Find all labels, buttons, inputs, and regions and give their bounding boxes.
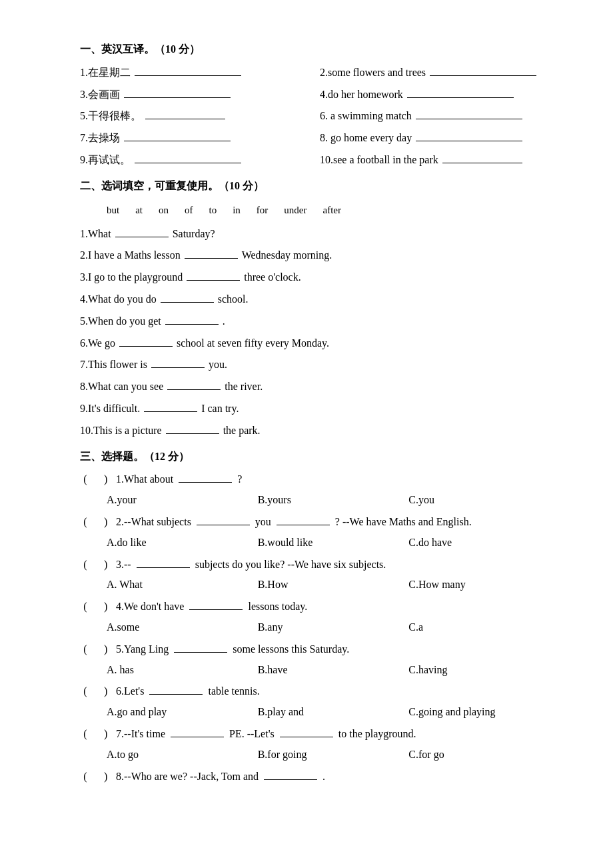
s3-q1-row: ( ) 1.What about ?: [80, 470, 560, 489]
s3-blank-2b[interactable]: [277, 513, 330, 525]
s2-blank-10[interactable]: [166, 422, 219, 434]
section2-title: 二、选词填空，可重复使用。（10 分）: [80, 177, 560, 196]
s3-blank-1[interactable]: [179, 471, 232, 483]
section1: 一、英汉互译。（10 分） 1.在星期二 2.some flowers and …: [80, 40, 560, 170]
section1-item1: 1.在星期二: [80, 63, 320, 83]
s3-q5-options: A. has B.have C.having: [107, 661, 560, 680]
s3-blank-6[interactable]: [149, 683, 203, 695]
s3-q4-options: A.some B.any C.a: [107, 618, 560, 637]
s3-blank-7b[interactable]: [280, 725, 333, 737]
section3: 三、选择题。（12 分） ( ) 1.What about ? A.your B…: [80, 447, 560, 787]
blank-4[interactable]: [407, 86, 514, 98]
section1-item6: 6. a swimming match: [320, 107, 560, 126]
section1-item3: 3.会画画: [80, 85, 320, 105]
blank-3[interactable]: [124, 86, 231, 98]
s2-q5: 5.When do you get .: [80, 312, 560, 331]
s2-q8: 8.What can you see the river.: [80, 377, 560, 397]
blank-2[interactable]: [430, 64, 536, 76]
s3-blank-7a[interactable]: [171, 725, 224, 737]
section1-item9: 9.再试试。: [80, 151, 320, 170]
section1-row1: 1.在星期二 2.some flowers and trees: [80, 63, 560, 83]
s3-blank-2a[interactable]: [197, 513, 250, 525]
s2-blank-9[interactable]: [144, 400, 197, 412]
section2: 二、选词填空，可重复使用。（10 分） but at on of to in f…: [80, 177, 560, 441]
s2-q7: 7.This flower is you.: [80, 355, 560, 375]
s3-blank-3[interactable]: [137, 556, 190, 568]
section1-item8: 8. go home every day: [320, 129, 560, 148]
s3-q5-row: ( ) 5.Yang Ling some lessons this Saturd…: [80, 640, 560, 659]
s3-q4-row: ( ) 4.We don't have lessons today.: [80, 597, 560, 617]
s2-q4: 4.What do you do school.: [80, 290, 560, 309]
section1-row3: 5.干得很棒。 6. a swimming match: [80, 107, 560, 126]
blank-1[interactable]: [135, 64, 241, 76]
section1-item5: 5.干得很棒。: [80, 107, 320, 126]
s2-blank-7[interactable]: [151, 356, 205, 368]
s2-blank-8[interactable]: [167, 378, 221, 390]
s3-q2-row: ( ) 2.--What subjects you ? --We have Ma…: [80, 513, 560, 532]
s3-q6-row: ( ) 6.Let's table tennis.: [80, 682, 560, 701]
s2-blank-2[interactable]: [185, 247, 238, 259]
blank-10[interactable]: [442, 151, 522, 163]
s2-q6: 6.We go school at seven fifty every Mond…: [80, 334, 560, 353]
s2-q10: 10.This is a picture the park.: [80, 421, 560, 441]
section1-item10: 10.see a football in the park: [320, 151, 560, 170]
s3-q8-row: ( ) 8.--Who are we? --Jack, Tom and .: [80, 767, 560, 787]
section1-item4: 4.do her homework: [320, 85, 560, 105]
s3-q1-options: A.your B.yours C.you: [107, 491, 560, 510]
blank-5[interactable]: [145, 107, 225, 119]
section1-row5: 9.再试试。 10.see a football in the park: [80, 151, 560, 170]
s2-blank-1[interactable]: [115, 225, 169, 237]
blank-6[interactable]: [416, 107, 522, 119]
s3-q2-options: A.do like B.would like C.do have: [107, 533, 560, 553]
s2-q2: 2.I have a Maths lesson Wednesday mornin…: [80, 246, 560, 265]
s3-q7-row: ( ) 7.--It's time PE. --Let's to the pla…: [80, 725, 560, 744]
s2-blank-3[interactable]: [187, 269, 240, 281]
s2-blank-5[interactable]: [165, 313, 219, 325]
s3-q3-row: ( ) 3.-- subjects do you like? --We have…: [80, 555, 560, 575]
blank-8[interactable]: [416, 129, 522, 141]
s3-q6-options: A.go and play B.play and C.going and pla…: [107, 703, 560, 722]
s3-blank-8[interactable]: [264, 768, 317, 780]
section3-title: 三、选择题。（12 分）: [80, 447, 560, 467]
section1-item7: 7.去操场: [80, 129, 320, 148]
s3-blank-5[interactable]: [174, 641, 227, 653]
s3-q7-options: A.to go B.for going C.for go: [107, 745, 560, 765]
s2-blank-6[interactable]: [119, 335, 173, 347]
s2-q1: 1.What Saturday?: [80, 225, 560, 244]
word-bank: but at on of to in for under after: [107, 201, 560, 219]
section1-row2: 3.会画画 4.do her homework: [80, 85, 560, 105]
s2-q3: 3.I go to the playground three o'clock.: [80, 268, 560, 287]
blank-7[interactable]: [124, 129, 231, 141]
s2-q9: 9.It's difficult. I can try.: [80, 399, 560, 419]
s3-q3-options: A. What B.How C.How many: [107, 575, 560, 595]
section1-title: 一、英汉互译。（10 分）: [80, 40, 560, 59]
s2-blank-4[interactable]: [161, 291, 214, 303]
s3-blank-4[interactable]: [189, 598, 243, 610]
blank-9[interactable]: [135, 151, 241, 163]
section1-item2: 2.some flowers and trees: [320, 63, 560, 83]
section1-row4: 7.去操场 8. go home every day: [80, 129, 560, 148]
